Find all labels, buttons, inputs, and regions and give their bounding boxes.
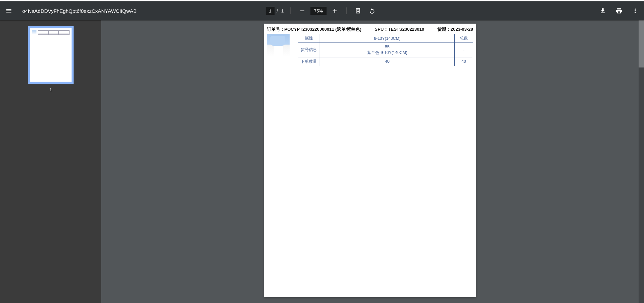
hamburger-icon [5, 7, 12, 14]
page-viewport[interactable]: 订单号：POCYPT2303220000011 (返单/紫兰色) SPU：TES… [101, 20, 639, 303]
fit-page-button[interactable] [352, 5, 364, 17]
zoom-in-button[interactable] [328, 5, 341, 17]
rotate-icon [369, 7, 375, 14]
sku-value: 55 紫兰色-9-10Y(140CM) [320, 43, 455, 57]
toolbar-divider [346, 7, 346, 14]
document-body: 属性 9-10Y(140CM) 总数 货号信息 55 紫兰色-9-10Y(140… [264, 34, 476, 66]
order-number: 订单号：POCYPT2303220000011 (返单/紫兰色) [267, 26, 361, 32]
scrollbar-thumb[interactable] [639, 20, 644, 67]
spu-code: SPU：TESTS230223010 [375, 26, 424, 32]
document-filename: o4NaAdDDVyFhEghQpt6f0exzCxANYAWCIIQwAB [22, 8, 137, 14]
order-table: 属性 9-10Y(140CM) 总数 货号信息 55 紫兰色-9-10Y(140… [298, 34, 473, 66]
download-button[interactable] [597, 5, 609, 17]
sku-line2: 紫兰色-9-10Y(140CM) [323, 50, 452, 56]
page-number-input[interactable] [266, 7, 275, 15]
thumbnail-sidebar[interactable]: 1 [0, 20, 101, 303]
main-area: 1 订单号：POCYPT2303220000011 (返单/紫兰色) SPU：T… [0, 20, 644, 303]
table-row: 属性 9-10Y(140CM) 总数 [298, 34, 473, 43]
page-slash: / [277, 8, 278, 13]
vertical-scrollbar[interactable] [639, 20, 644, 303]
qty-total: 40 [455, 57, 473, 66]
attr-value: 9-10Y(140CM) [320, 34, 455, 43]
more-button[interactable] [629, 5, 641, 17]
thumbnail-item[interactable]: 1 [28, 26, 74, 92]
print-icon [616, 7, 622, 14]
plus-icon [331, 7, 338, 14]
qty-label: 下单数量 [298, 57, 320, 66]
attr-label: 属性 [298, 34, 320, 43]
page-thumbnail[interactable] [28, 26, 74, 84]
table-row: 货号信息 55 紫兰色-9-10Y(140CM) - [298, 43, 473, 57]
print-button[interactable] [613, 5, 625, 17]
zoom-level[interactable]: 75% [310, 7, 326, 15]
menu-button[interactable] [3, 5, 15, 17]
qty-value: 40 [320, 57, 455, 66]
document-header: 订单号：POCYPT2303220000011 (返单/紫兰色) SPU：TES… [264, 24, 476, 34]
table-row: 下单数量 40 40 [298, 57, 473, 66]
minus-icon [299, 7, 305, 14]
rotate-button[interactable] [366, 5, 378, 17]
more-vert-icon [632, 7, 639, 14]
sku-label: 货号信息 [298, 43, 320, 57]
pdf-viewer: o4NaAdDDVyFhEghQpt6f0exzCxANYAWCIIQwAB /… [0, 1, 644, 303]
zoom-out-button[interactable] [296, 5, 308, 17]
page-total: 1 [280, 8, 285, 13]
pdf-toolbar: o4NaAdDDVyFhEghQpt6f0exzCxANYAWCIIQwAB /… [0, 1, 644, 20]
sku-line1: 55 [323, 44, 452, 50]
delivery-date: 货期：2023-03-28 [437, 26, 473, 32]
toolbar-divider [290, 7, 291, 14]
fit-icon [354, 7, 361, 14]
pdf-page: 订单号：POCYPT2303220000011 (返单/紫兰色) SPU：TES… [264, 24, 476, 297]
sku-total: - [455, 43, 473, 57]
download-icon [599, 7, 606, 14]
product-image [267, 34, 290, 56]
total-header: 总数 [455, 34, 473, 43]
thumbnail-page-number: 1 [49, 87, 52, 92]
